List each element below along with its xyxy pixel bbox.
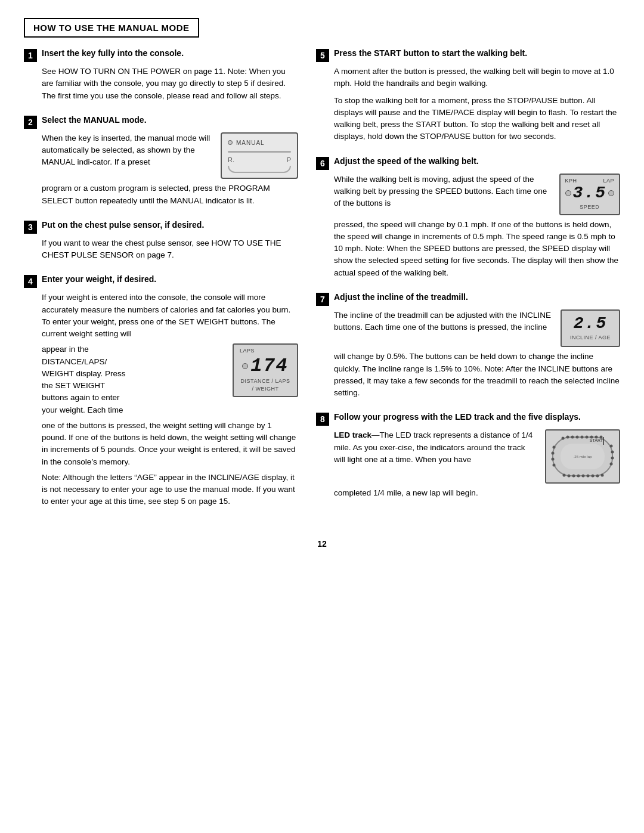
step-2-body-part1: When the key is inserted, the manual mod… — [42, 132, 213, 169]
step-2-number: 2 — [24, 116, 37, 129]
svg-point-12 — [611, 451, 614, 454]
step-4-body-part4: Note: Although the letters “AGE” appear … — [42, 472, 298, 508]
weight-digits: 174 — [250, 357, 289, 376]
svg-point-14 — [610, 463, 613, 466]
svg-point-23 — [563, 474, 566, 477]
svg-point-7 — [586, 436, 589, 439]
lcd-r-label: R. — [228, 155, 234, 165]
step-3-number: 3 — [24, 221, 37, 234]
step-2: 2 Select the MANUAL mode. When the key i… — [24, 115, 298, 207]
led-track-label: LED track — [334, 431, 371, 439]
svg-point-6 — [581, 436, 584, 439]
header-box: HOW TO USE THE MANUAL MODE — [24, 18, 199, 38]
svg-point-5 — [576, 436, 579, 439]
step-4-body-part2: appear in the DISTANCE/LAPS/ WEIGHT disp… — [42, 343, 224, 416]
step-6: 6 Adjust the speed of the walking belt. … — [316, 156, 620, 279]
incline-digits: 2.5 — [574, 315, 607, 332]
step-5-body-part2: To stop the walking belt for a moment, p… — [334, 95, 620, 143]
step-7-title: Adjust the incline of the treadmill. — [334, 292, 468, 302]
step-6-body-part1: While the walking belt is moving, adjust… — [334, 174, 551, 210]
step-5-number: 5 — [316, 49, 329, 62]
speed-display-circle-right — [608, 190, 614, 196]
svg-point-2 — [562, 437, 565, 440]
lcd-p-label: P — [287, 155, 291, 165]
svg-point-24 — [553, 464, 556, 467]
svg-point-26 — [552, 452, 555, 455]
speed-bottom-label: SPEED — [580, 203, 599, 212]
step-3: 3 Put on the chest pulse sensor, if desi… — [24, 220, 298, 262]
step-1-number: 1 — [24, 49, 37, 62]
svg-point-25 — [552, 458, 555, 461]
step-7: 7 Adjust the incline of the treadmill. T… — [316, 292, 620, 400]
svg-point-16 — [596, 475, 599, 478]
step-2-body-part2: program or a custom program is selected,… — [42, 182, 298, 207]
step-8-body-text: LED track—The LED track represents a dis… — [334, 429, 537, 466]
step-4-number: 4 — [24, 275, 37, 288]
svg-point-22 — [568, 475, 571, 478]
lap-label: .25 mile lap — [574, 455, 592, 459]
step-1-title: Insert the key fully into the console. — [42, 48, 184, 58]
svg-point-18 — [587, 475, 590, 478]
step-4-title: Enter your weight, if desired. — [42, 274, 156, 284]
step-1: 1 Insert the key fully into the console.… — [24, 48, 298, 102]
step-6-number: 6 — [316, 157, 329, 170]
page-number: 12 — [24, 539, 620, 549]
step-8: 8 Follow your progress with the LED trac… — [316, 412, 620, 499]
track-display: START .25 mile lap — [545, 429, 620, 484]
svg-point-17 — [592, 475, 595, 478]
svg-point-27 — [553, 446, 556, 449]
step-8-title: Follow your progress with the LED track … — [334, 412, 581, 422]
manual-text-label: MANUAL — [236, 138, 265, 147]
lcd-bar-divider — [228, 151, 291, 153]
manual-mode-display: MANUAL R. P — [221, 132, 298, 179]
step-5-body-part1: A moment after the button is pressed, th… — [334, 66, 620, 90]
speed-display: KPH LAP 3.5 SPEED — [559, 174, 620, 215]
incline-display: 2.5 INCLINE / AGE — [561, 309, 620, 348]
svg-point-19 — [582, 475, 585, 478]
step-6-body-part2: pressed, the speed will change by 0.1 mp… — [334, 219, 620, 279]
weight-display-circle — [242, 363, 248, 369]
svg-point-20 — [577, 475, 580, 478]
step-7-number: 7 — [316, 293, 329, 306]
svg-point-4 — [571, 436, 574, 439]
lcd-arc-decoration — [228, 166, 291, 173]
step-4-body-part1: If your weight is entered into the conso… — [42, 292, 298, 340]
speed-display-circle — [565, 190, 571, 196]
step-4-body-part3: one of the buttons is pressed, the weigh… — [42, 420, 298, 468]
step-3-title: Put on the chest pulse sensor, if desire… — [42, 220, 204, 230]
svg-point-9 — [595, 436, 598, 439]
step-2-title: Select the MANUAL mode. — [42, 115, 147, 125]
svg-point-11 — [610, 445, 613, 448]
step-1-body: See HOW TO TURN ON THE POWER on page 11.… — [42, 66, 298, 102]
step-6-title: Adjust the speed of the walking belt. — [334, 156, 479, 166]
speed-digits: 3.5 — [573, 185, 606, 202]
led-track-svg: START .25 mile lap — [550, 434, 615, 479]
step-4: 4 Enter your weight, if desired. If your… — [24, 274, 298, 507]
svg-point-10 — [600, 436, 603, 439]
weight-display-label: DISTANCE / LAPS/ WEIGHT — [241, 377, 290, 394]
svg-point-13 — [611, 457, 614, 460]
manual-dot-indicator — [228, 140, 233, 145]
svg-point-15 — [601, 474, 604, 477]
header-title: HOW TO USE THE MANUAL MODE — [33, 23, 190, 33]
step-5: 5 Press the START button to start the wa… — [316, 48, 620, 143]
svg-point-3 — [566, 436, 569, 439]
svg-point-8 — [590, 436, 593, 439]
step-7-body-part1: The incline of the treadmill can be adju… — [334, 309, 552, 334]
step-3-body: If you want to wear the chest pulse sens… — [42, 237, 298, 262]
step-8-body-part2: completed 1/4 mile, a new lap will begin… — [334, 487, 620, 499]
svg-point-21 — [572, 475, 575, 478]
start-label: START — [590, 438, 603, 442]
weight-display: LAPS 174 DISTANCE / LAPS/ WEIGHT — [233, 343, 298, 397]
step-7-body-part2: will change by 0.5%. The buttons can be … — [334, 351, 620, 399]
incline-bottom-label: INCLINE / AGE — [570, 334, 611, 342]
laps-label-top: LAPS — [240, 347, 255, 355]
step-5-title: Press the START button to start the walk… — [334, 48, 527, 58]
step-8-number: 8 — [316, 413, 329, 426]
